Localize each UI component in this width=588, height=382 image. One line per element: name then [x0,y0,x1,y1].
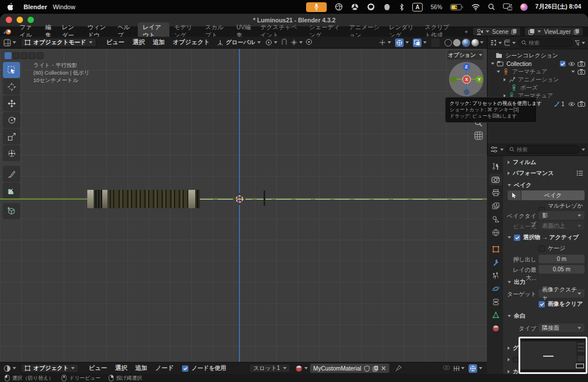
tab-output-icon[interactable] [489,187,502,198]
tool-scale[interactable] [3,128,20,145]
tool-select-box[interactable] [3,62,20,78]
shading-wireframe-icon[interactable] [444,39,452,46]
outliner-row-pose[interactable]: ポーズ [510,84,537,92]
quick-toggle-3-icon[interactable] [21,52,28,59]
tab-object-icon[interactable] [489,243,502,255]
apple-logo-icon[interactable] [7,2,14,11]
menubar-app-name[interactable]: Blender [24,3,47,10]
menubar-datetime[interactable]: 7月26日(土) 8:04 [535,3,581,11]
viewport-3d[interactable]: ライト・平行投影 (80) Collection | 低ポリ 10センチメートル… [0,49,487,362]
viewport-menu-add[interactable]: 追加 [149,37,169,48]
gizmo-axis-z[interactable]: Z [463,63,470,71]
selected-to-active-row[interactable]: 選択物 → アクティブ [508,233,579,241]
outliner-row-collection[interactable]: Collection [491,60,586,68]
tool-cursor[interactable] [3,79,20,95]
mode-selector[interactable]: オブジェクトモード [21,38,96,47]
shader-menu-select[interactable]: 選択 [111,363,131,373]
panel-film[interactable]: フィルム [508,158,536,166]
shading-solid-icon[interactable] [453,39,461,46]
viewport-menu-view[interactable]: ビュー [102,37,129,48]
screen-mirroring-icon[interactable] [503,2,512,11]
material-browse-selector[interactable] [295,365,308,372]
snap-target-selector[interactable] [291,39,303,46]
outliner-row-scene-collection[interactable]: シーンコレクション [496,52,558,60]
collection-checkbox[interactable] [560,61,566,67]
outliner-editor-icon[interactable] [490,40,496,46]
tool-transform[interactable] [3,145,20,161]
tab-particles-icon[interactable] [489,270,502,281]
bluetooth-icon[interactable] [399,2,404,11]
pin-icon[interactable] [395,365,402,372]
eye-icon[interactable] [568,61,575,67]
tab-tool-icon[interactable] [489,161,502,172]
tab-scene-icon[interactable] [489,213,502,225]
outliner-search-input[interactable] [529,40,569,46]
editor-type-selector[interactable] [3,39,16,46]
tab-render-icon[interactable] [489,174,502,185]
quick-toggle-1-icon[interactable] [5,52,11,59]
tab-data-icon[interactable] [489,309,502,321]
quick-toggle-4-icon[interactable] [29,52,36,59]
node-snap-selector[interactable] [453,365,465,372]
properties-search-input[interactable] [517,146,557,153]
node-overlay-toggle[interactable] [469,364,482,373]
shading-toggle-disabled[interactable] [431,38,440,47]
wifi-icon[interactable] [471,2,480,11]
extrusion-field[interactable]: 0 m [539,255,585,263]
slot-selector[interactable]: スロット1 [249,364,291,373]
tab-view-layer-icon[interactable] [489,200,502,212]
shading-material-active[interactable] [462,38,470,47]
quick-toggle-5-icon[interactable] [37,52,44,59]
viewport-menu-object[interactable]: オブジェクト [169,37,214,48]
tab-physics-icon[interactable] [489,283,502,294]
cage-checkbox-row[interactable]: ケージ [539,244,565,252]
panel-performance[interactable]: パフォーマンス [508,169,583,177]
viewlayer-selector[interactable]: ViewLayer [524,27,583,36]
gizmo-axis-y-neg[interactable] [450,76,457,83]
quick-toggle-2-icon[interactable] [13,52,20,59]
siri-icon[interactable] [520,2,528,11]
transform-orientation-selector[interactable]: グローバル [217,38,261,46]
tool-move[interactable] [3,95,20,111]
xray-toggle[interactable] [413,38,427,47]
material-name-widget[interactable]: MyCustomMaterial [310,364,389,373]
filter-icon[interactable] [575,40,579,46]
input-source-indicator[interactable]: A [412,3,423,11]
options-dropdown[interactable]: オプション [447,50,483,60]
camera-render-icon[interactable] [578,69,585,75]
panel-output[interactable]: 出力 [508,278,525,286]
tab-modifiers-icon[interactable] [489,256,502,268]
add-workspace-button[interactable]: + [460,27,473,36]
overlays-selector[interactable] [395,38,409,47]
preset-list-icon[interactable] [577,170,583,176]
unlink-x-icon[interactable] [381,366,386,371]
low-poly-object[interactable] [87,190,200,208]
gizmo-axis-z-neg[interactable] [463,89,470,95]
outliner-row-armature-object[interactable]: アーマチュア [497,68,586,76]
tab-material-icon[interactable] [489,322,502,334]
status-icon-line-app[interactable] [367,2,375,11]
scene-selector[interactable]: Scene [473,27,521,36]
gizmo-axis-x[interactable]: X [462,75,471,84]
shading-rendered-icon[interactable] [471,39,479,46]
status-icon-app[interactable] [383,2,391,11]
bake-button[interactable]: ベイク [508,190,585,200]
new-material-icon[interactable] [373,365,378,372]
view-from-dropdown[interactable]: 表面の上 [539,221,585,230]
shader-menu-node[interactable]: ノード [151,363,177,373]
margin-type-dropdown[interactable]: 隣接面 [539,323,585,332]
panel-margin[interactable]: 余白 [508,312,525,320]
max-ray-field[interactable]: 0.05 m [539,265,585,274]
outliner-display-mode-icon[interactable] [504,40,510,46]
status-icon-shutter[interactable] [335,2,343,11]
proportional-editing-icon[interactable] [305,37,312,48]
properties-search[interactable] [506,145,579,154]
camera-render-icon[interactable] [578,61,585,67]
tool-annotate[interactable] [3,166,20,182]
properties-editor-icon[interactable] [490,146,498,153]
fake-user-shield-icon[interactable] [364,365,370,372]
bake-type-dropdown[interactable]: 影 [539,211,585,220]
screenshot-preview-thumbnail[interactable] [519,337,587,374]
shader-menu-add[interactable]: 追加 [131,363,151,373]
outliner-search[interactable] [518,38,572,47]
